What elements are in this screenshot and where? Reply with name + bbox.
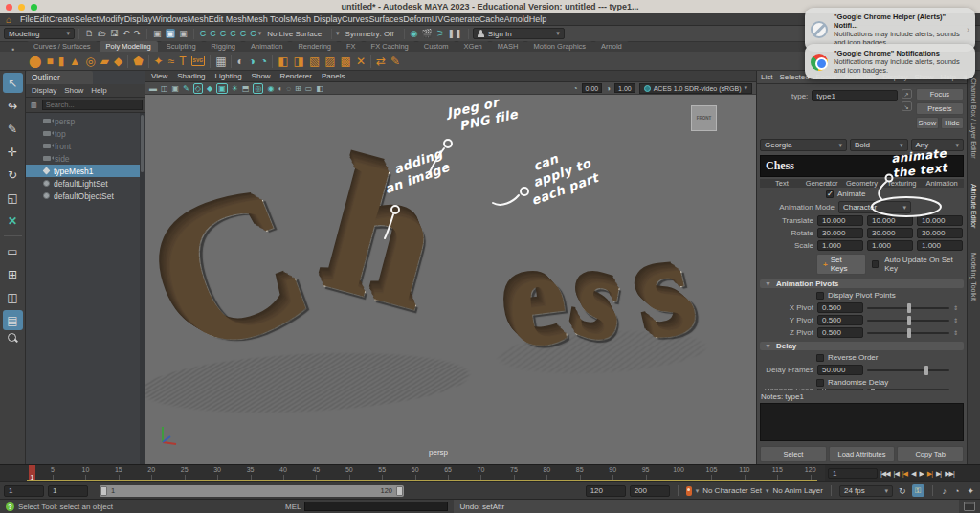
view-cube[interactable]: FRONT	[691, 105, 717, 131]
range-slider-bar[interactable]: 1 120	[100, 485, 404, 497]
shelf-tab[interactable]: Arnold	[594, 41, 629, 52]
gamma-field[interactable]: 1.00	[614, 83, 635, 93]
presets-button[interactable]: Presets	[916, 102, 964, 115]
snap-surface-icon[interactable]: Ͼ	[250, 29, 256, 38]
layout-button[interactable]: ▤	[3, 310, 23, 330]
z-pivot-field[interactable]: 0.500	[817, 327, 863, 338]
menu-item[interactable]: Help	[529, 14, 547, 24]
shelf-icon[interactable]: ■	[46, 56, 53, 67]
auto-update-checkbox[interactable]	[872, 260, 880, 268]
viewport-toolbar-icon[interactable]: ◆	[207, 84, 212, 93]
anim-start-field[interactable]: 1	[4, 485, 44, 497]
viewport-toolbar-icon[interactable]: ☀	[232, 84, 238, 93]
shelf-icon[interactable]: ▲	[69, 56, 80, 67]
timeline-ruler[interactable]: 5101520253035404550556065707580859095100…	[0, 465, 825, 482]
randomise-delay-checkbox[interactable]	[816, 379, 824, 387]
shelf-icon[interactable]: SVG	[191, 56, 206, 66]
redo-icon[interactable]: ↷	[134, 29, 142, 38]
shelf-icon[interactable]: ◔	[260, 56, 267, 67]
shelf-icon[interactable]: ▩	[341, 56, 351, 67]
anim-mode-dropdown[interactable]: Character▾	[838, 201, 911, 213]
exposure-icon[interactable]: ◔	[573, 84, 578, 93]
script-editor-icon[interactable]	[964, 502, 975, 511]
menu-item[interactable]: Arnold	[504, 14, 529, 24]
shelf-icon[interactable]: ⬟	[133, 56, 143, 67]
current-frame-marker[interactable]: 1	[29, 465, 35, 480]
copy-tab-button[interactable]: Copy Tab	[897, 446, 964, 462]
animate-checkbox[interactable]	[826, 190, 834, 198]
type-subtab[interactable]: Texturing	[881, 179, 922, 188]
viewport-toolbar-icon[interactable]: ◌	[286, 84, 291, 93]
font-weight-dropdown[interactable]: Bold▾	[850, 139, 908, 151]
type-name-field[interactable]: type1	[812, 90, 897, 101]
menu-item[interactable]: Cache	[479, 14, 504, 24]
shelf-icon[interactable]: ⇄	[376, 56, 386, 67]
menu-item[interactable]: Surfaces	[369, 14, 404, 24]
shelf-icon[interactable]	[272, 55, 273, 68]
shelf-icon[interactable]: ◐	[236, 56, 243, 67]
viewport-menu-item[interactable]: View	[151, 72, 167, 80]
notification-banner[interactable]: "Google Chrome" Notifications Notificati…	[805, 44, 975, 79]
shelf-tab[interactable]: Motion Graphics	[526, 41, 592, 52]
translate-y-field[interactable]: 10.000	[867, 215, 913, 226]
ipr-render-icon[interactable]: 🎬	[421, 29, 432, 38]
side-panel-tab[interactable]: Channel Box / Layer Editor	[970, 78, 977, 159]
anim-layer-label[interactable]: No Anim Layer	[773, 486, 823, 495]
menu-item[interactable]: Deform	[403, 14, 432, 24]
play-button[interactable]: ▶	[918, 470, 924, 478]
auto-key-toggle[interactable]: ⚿	[912, 484, 924, 497]
scale-z-field[interactable]: 1.000	[917, 240, 963, 251]
outliner-item[interactable]: typeMesh1	[26, 165, 145, 177]
symmetry-label[interactable]: Symmetry: Off	[345, 30, 394, 38]
toolbox-tool[interactable]: ↬	[3, 96, 23, 116]
outliner-menu-item[interactable]: Show	[64, 86, 83, 95]
side-panel-tab[interactable]: Attribute Editor	[970, 184, 977, 228]
sign-in-dropdown[interactable]: Sign In▾	[473, 28, 565, 39]
shelf-tab[interactable]: FX	[340, 41, 363, 52]
shelf-icon[interactable]	[370, 55, 371, 68]
viewport-toolbar-icon[interactable]: ◉	[267, 84, 274, 93]
colorspace-dropdown[interactable]: ACES 1.0 SDR-video (sRGB)▾	[639, 83, 752, 94]
shelf-icon[interactable]: ◆	[114, 56, 122, 67]
snap-curve-icon[interactable]: Ͼ	[210, 29, 216, 38]
shelf-icon[interactable]: ✕	[356, 56, 366, 67]
random-seed-slider[interactable]	[867, 389, 949, 390]
toolbox-tool[interactable]: ◱	[3, 188, 23, 208]
mel-label[interactable]: MEL	[285, 502, 301, 511]
focus-button[interactable]: Focus	[916, 88, 964, 100]
menu-item[interactable]: File	[20, 14, 34, 24]
y-pivot-spinner[interactable]: ⇕	[953, 317, 958, 323]
shelf-icon[interactable]	[127, 55, 128, 68]
outliner-item[interactable]: defaultLightSet	[26, 177, 145, 190]
menu-item[interactable]: UV	[432, 14, 444, 24]
sound-icon[interactable]: ♪	[943, 486, 947, 496]
animation-pivots-section[interactable]: ▼Animation Pivots	[760, 279, 964, 288]
chess-letter[interactable]: C	[145, 155, 335, 389]
viewport-menu-item[interactable]: Shading	[177, 72, 205, 80]
collapse-node-icon[interactable]: ↘	[902, 101, 912, 111]
reverse-order-checkbox[interactable]	[816, 354, 824, 362]
toolbox-tool[interactable]: ✎	[3, 119, 23, 139]
shelf-icon[interactable]: ≈	[168, 56, 175, 67]
anim-layer-caret[interactable]: ▾	[766, 487, 769, 495]
menu-item[interactable]: Edit Mesh	[209, 14, 247, 24]
show-button[interactable]: Show	[916, 117, 939, 129]
shelf-tab[interactable]: Animation	[244, 41, 289, 52]
toolbox-tool[interactable]: ↻	[3, 165, 23, 185]
shelf-tab[interactable]: Custom	[417, 41, 456, 52]
step-back-button[interactable]: |◀	[893, 470, 900, 478]
mel-command-input[interactable]	[304, 502, 448, 511]
shelf-tab[interactable]: Curves / Surfaces	[27, 41, 98, 52]
shelf-tab[interactable]: MASH	[491, 41, 525, 52]
maya-home-icon[interactable]: ⌂	[6, 14, 11, 25]
shelf-icon[interactable]: T	[179, 56, 186, 67]
load-attributes-button[interactable]: Load Attributes	[829, 446, 896, 462]
layout-button[interactable]: ▭	[3, 241, 23, 261]
random-seed-field[interactable]: 0	[817, 389, 863, 390]
viewport-toolbar-icon[interactable]: ◐	[278, 84, 282, 93]
outliner-scrollbar[interactable]	[140, 113, 145, 464]
type-subtab[interactable]: Geometry	[842, 179, 882, 188]
rotate-x-field[interactable]: 30.000	[817, 228, 863, 238]
rotate-y-field[interactable]: 30.000	[867, 228, 913, 238]
outliner-item[interactable]: front	[26, 140, 145, 152]
